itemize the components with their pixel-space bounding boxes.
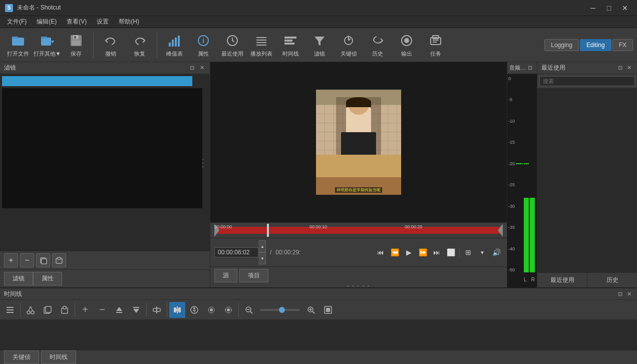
toolbar-peak[interactable]: 峰值表	[160, 31, 188, 60]
toolbar-undo[interactable]: 撤销	[97, 31, 125, 60]
timeline-fit-btn[interactable]	[320, 302, 336, 318]
audio-btn[interactable]: 🔊	[490, 246, 503, 259]
svg-rect-32	[433, 40, 439, 41]
grid-dropdown-btn[interactable]: ▼	[476, 246, 489, 259]
timeline-sep-2	[75, 303, 75, 317]
goto-end-btn[interactable]: ⏭	[430, 246, 443, 259]
rewind-btn[interactable]: ⏪	[388, 246, 401, 259]
toolbar-open-file[interactable]: 打开文件	[4, 31, 32, 60]
timeline-add-track-btn[interactable]: +	[77, 302, 93, 318]
filter-remove-btn[interactable]: −	[20, 253, 34, 267]
menu-view[interactable]: 查看(V)	[62, 17, 92, 27]
bottom-tab-timeline[interactable]: 时间线	[41, 350, 76, 364]
filter-panel-close[interactable]: ✕	[198, 64, 206, 72]
recently-used-close-btn[interactable]: ✕	[625, 64, 633, 72]
menu-settings[interactable]: 设置	[92, 17, 114, 27]
layout-logging[interactable]: Logging	[544, 39, 579, 51]
timeline-snap-btn[interactable]	[169, 302, 185, 318]
toolbar-recent[interactable]: 最近使用	[218, 31, 246, 60]
toolbar-redo[interactable]: 恢复	[126, 31, 154, 60]
filter-paste-btn[interactable]	[52, 253, 66, 267]
timeline-ripple-btn[interactable]	[203, 302, 219, 318]
toolbar-save[interactable]: 保存	[62, 31, 90, 60]
filter-panel-float[interactable]: ⊡	[188, 64, 196, 72]
filter-copy-btn[interactable]	[36, 253, 50, 267]
audio-float-btn[interactable]: ⊡	[526, 64, 534, 72]
toolbar-filter[interactable]: 滤镜	[305, 31, 334, 60]
menubar: 文件(F) 编辑(E) 查看(V) 设置 帮助(H)	[0, 16, 637, 28]
keyframe-icon	[341, 33, 357, 49]
scale-0: 0	[508, 76, 522, 81]
toolbar-keyframe[interactable]: 关键侦	[335, 31, 363, 60]
open-other-label: 打开其他▼	[34, 50, 61, 58]
timeline-cut-btn[interactable]	[23, 302, 39, 318]
timeline-title: 时间线	[4, 290, 22, 298]
recently-used-title: 最近使用	[541, 64, 565, 72]
center-panel: 祥明那你是学期何如当呢 00	[210, 62, 507, 287]
toolbar-open-other[interactable]: 打开其他▼	[33, 31, 61, 60]
audio-scale: 0 -5 -10 -15 -20 -25 -30 -35 -40 -50	[508, 76, 522, 272]
toolbar-export[interactable]: 输出	[393, 31, 421, 60]
time-spin-down[interactable]: ▼	[259, 252, 266, 264]
timeline-overwrite-btn[interactable]	[128, 302, 144, 318]
toolbar-history[interactable]: 历史	[364, 31, 392, 60]
minimize-button[interactable]: ─	[586, 3, 600, 13]
recently-used-float-btn[interactable]: ⊡	[616, 64, 624, 72]
svg-marker-27	[348, 35, 350, 37]
filter-tab-properties[interactable]: 属性	[33, 272, 62, 285]
menu-file[interactable]: 文件(F)	[2, 17, 32, 27]
menu-help[interactable]: 帮助(H)	[114, 17, 144, 27]
current-time-display: 00:00:06:02	[214, 247, 258, 257]
time-spin-up[interactable]: ▲	[259, 240, 266, 252]
zoom-thumb[interactable]	[279, 307, 285, 313]
timeline-remove-btn[interactable]: −	[94, 302, 110, 318]
peak-label: 峰值表	[166, 50, 183, 58]
close-button[interactable]: ✕	[618, 3, 632, 13]
timeline-ripple-all-btn[interactable]	[220, 302, 236, 318]
filter-add-btn[interactable]: +	[4, 253, 18, 267]
recently-used-tab[interactable]: 最近使用	[537, 273, 587, 287]
audio-panel-controls: ⊡ ✕	[526, 64, 537, 72]
layout-editing[interactable]: Editing	[580, 39, 611, 51]
search-input[interactable]	[539, 76, 635, 86]
filter-drag-handle[interactable]: ⋮	[198, 157, 208, 169]
bottom-tab-keyframe[interactable]: 关键侦	[4, 350, 39, 364]
timeline-zoom-in-btn[interactable]	[303, 302, 319, 318]
audio-panel-title: 音频…	[509, 64, 526, 72]
fast-forward-btn[interactable]: ⏩	[416, 246, 429, 259]
history-tab[interactable]: 历史	[587, 273, 637, 287]
timeline-icon	[282, 33, 298, 49]
timeline-menu-btn[interactable]	[2, 302, 18, 318]
timeline-zoom-out-btn[interactable]	[241, 302, 257, 318]
out-point-marker[interactable]	[498, 224, 503, 237]
goto-start-btn[interactable]: ⏮	[374, 246, 387, 259]
filter-active-bar	[2, 76, 192, 86]
maximize-button[interactable]: □	[602, 3, 616, 13]
preview-tab-project[interactable]: 项目	[239, 269, 268, 282]
toolbar-jobs[interactable]: 任务	[422, 31, 450, 60]
timeline-preview-btn[interactable]	[186, 302, 202, 318]
timeline-sep-1	[20, 303, 21, 317]
preview-tab-source[interactable]: 源	[214, 269, 237, 282]
toolbar-playlist[interactable]: 播放列表	[247, 31, 275, 60]
filter-tab-filters[interactable]: 滤镜	[4, 272, 33, 285]
toolbar-timeline[interactable]: 时间线	[276, 31, 304, 60]
timeline-paste-btn[interactable]	[57, 302, 73, 318]
timeline-copy-btn[interactable]	[40, 302, 56, 318]
toolbar-properties[interactable]: i 属性	[189, 31, 217, 60]
playhead[interactable]	[267, 224, 269, 237]
zoom-slider[interactable]	[260, 309, 300, 311]
lr-labels: L R	[524, 277, 535, 282]
grid-btn[interactable]: ⊞	[462, 246, 475, 259]
layout-fx[interactable]: FX	[612, 39, 633, 51]
timeline-float-btn[interactable]: ⊡	[616, 290, 624, 298]
play-btn[interactable]: ▶	[402, 246, 415, 259]
timeline-lift-btn[interactable]	[111, 302, 127, 318]
loop-btn[interactable]: ⬜	[444, 246, 457, 259]
timeline-ruler[interactable]: 00:00:00 00:00:10 00:00:20	[214, 224, 503, 237]
timeline-close-btn[interactable]: ✕	[625, 290, 633, 298]
time-marker-0: 00:00:00	[214, 224, 232, 229]
timeline-split-btn[interactable]	[149, 302, 165, 318]
video-frame: 祥明那你是学期何如当呢	[316, 90, 401, 195]
menu-edit[interactable]: 编辑(E)	[32, 17, 62, 27]
